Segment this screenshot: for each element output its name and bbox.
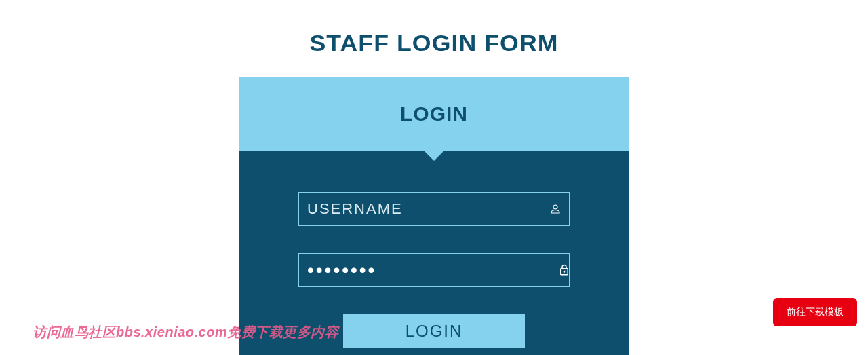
lock-icon — [558, 264, 570, 276]
password-group — [298, 253, 570, 287]
username-input[interactable] — [299, 193, 542, 225]
password-input[interactable] — [299, 254, 558, 286]
user-icon — [542, 203, 569, 215]
watermark-text: 访问血鸟社区bbs.xieniao.com免费下载更多内容 — [33, 323, 338, 341]
login-header-text: LOGIN — [400, 102, 468, 125]
login-header: LOGIN — [239, 77, 629, 151]
username-group — [298, 192, 570, 226]
login-card: LOGIN LOGIN — [239, 77, 629, 355]
page-title: STAFF LOGIN FORM — [0, 0, 868, 77]
login-button[interactable]: LOGIN — [343, 314, 525, 348]
download-template-button[interactable]: 前往下载模板 — [773, 298, 857, 326]
